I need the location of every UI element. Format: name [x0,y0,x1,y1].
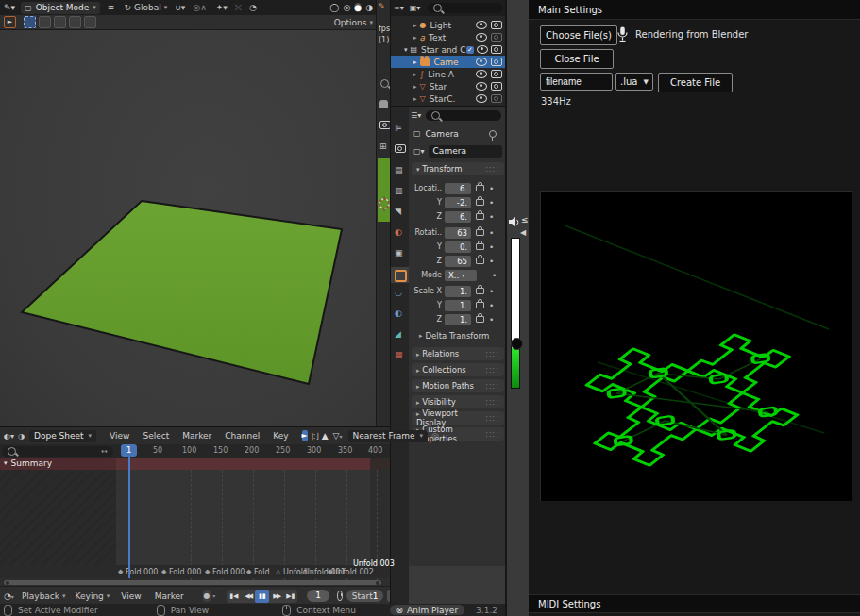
lock-icon[interactable] [476,213,484,220]
view-menu[interactable]: View [121,591,141,601]
lock-icon[interactable] [476,258,484,264]
outliner-row-starc[interactable]: ▸ ▽ StarC. [391,92,506,105]
transform-panel-header[interactable]: ▾ Transform :::: [412,162,504,175]
collections-panel[interactable]: ▸ Collections:::: [412,363,504,376]
lock-icon[interactable] [476,288,484,294]
panel-grip-icon[interactable]: :::: [485,366,499,375]
fader-knob[interactable] [511,338,523,350]
outliner-item-label[interactable]: StarC. [430,94,456,104]
select-tool-2[interactable] [39,16,51,28]
hamburger-icon[interactable]: ≡ [108,3,115,12]
relations-panel[interactable]: ▸ Relations:::: [412,347,504,360]
frame-range-icon[interactable]: ⌉:⌋ [311,432,319,441]
animate-dot-icon[interactable]: • [489,228,494,238]
viewport-3d[interactable] [0,30,376,426]
close-icon[interactable]: ⊗ [396,606,404,615]
tab-view-layer[interactable]: ▥ [395,186,403,195]
tab-collection[interactable]: ▣ [395,248,403,258]
animate-dot-icon[interactable]: • [489,242,494,252]
hide-eye-icon[interactable] [476,21,487,29]
expand-icon[interactable]: ▸ [413,95,417,103]
marker-label[interactable]: Fold 000 [169,568,201,576]
panel-grip-icon[interactable]: :::: [485,398,499,407]
prop-value[interactable]: 65 [445,256,471,267]
panel-grip-icon[interactable]: :::: [485,350,499,358]
outliner-row-star[interactable]: ▸ ▽ Star [391,80,506,92]
outliner-display-icon[interactable]: ▣▾ [410,4,421,12]
marker-triangle-icon[interactable]: △ [276,568,280,575]
filter-funnel-icon[interactable]: ▽▾ [333,431,343,441]
animate-dot-icon[interactable]: • [489,301,494,310]
animate-dot-icon[interactable]: • [492,271,497,280]
timeline-scrollbar[interactable] [4,580,381,585]
zoom-gizmo-icon[interactable] [380,79,389,90]
start-frame-field[interactable]: Start 1 [346,590,384,602]
outliner-item-label[interactable]: Line A [428,70,454,79]
next-keyframe-button[interactable]: ▶▶ [269,592,283,600]
expand-icon[interactable]: ▸ [413,34,417,42]
orientation-dropdown[interactable]: ↻ Global ▾ [124,3,167,12]
tab-constraints[interactable]: ◢ [395,329,401,339]
shading-rendered-icon[interactable]: ◑ [365,3,373,12]
marker-menu[interactable]: Marker [155,591,184,601]
animate-dot-icon[interactable]: • [489,198,494,208]
motion-paths-panel[interactable]: ▸ Motion Paths:::: [412,379,504,392]
marker-triangle-icon[interactable]: △ [296,568,301,575]
fader-track[interactable] [511,238,520,389]
create-file-button[interactable]: Create File [658,73,733,92]
playhead-frame-badge[interactable]: 1 [121,444,137,457]
menu-select[interactable]: Select [143,431,169,441]
grid-toggle-icon[interactable]: ⊞ [379,142,387,151]
mode-icon[interactable]: ◑ [18,432,25,441]
disable-render-icon[interactable] [491,94,502,103]
tab-modifiers[interactable]: ◡ [395,288,402,297]
viewport-display-panel[interactable]: ▸ Viewport Display:::: [412,411,504,425]
properties-search[interactable] [426,110,501,121]
options-dropdown[interactable]: Options ▾ [334,18,373,27]
collapse-icon[interactable]: ▾ [4,459,8,467]
visibility-panel[interactable]: ▸ Visibility:::: [412,395,504,408]
menu-marker[interactable]: Marker [182,431,211,441]
snapping-icon[interactable]: ∪▾ [175,3,185,12]
channel-search[interactable]: ↔ [2,446,113,457]
tab-render[interactable] [395,144,406,155]
mode-dropdown[interactable]: ▢ Object Mode ▾ [21,2,100,14]
outliner-item-label[interactable]: Star [430,82,447,92]
hide-eye-icon[interactable] [476,58,487,66]
current-frame-field[interactable]: 1 [307,590,329,602]
shading-solid-icon[interactable]: ◎ [343,3,350,12]
outliner-row-light[interactable]: ▸ ● Light [391,19,506,31]
only-selected-icon[interactable]: ► [302,430,308,441]
lock-icon[interactable] [476,243,484,250]
outliner-item-label[interactable]: Star and C [421,45,465,55]
collection-checkbox[interactable] [466,46,474,54]
prop-value[interactable]: 6. [445,183,471,194]
hide-eye-icon[interactable] [476,94,487,103]
marker-diamond-icon[interactable]: ◆ [246,568,251,575]
anim-player-badge[interactable]: ⊗ Anim Player [390,605,465,615]
lock-icon[interactable] [476,316,484,323]
animate-dot-icon[interactable]: • [489,287,494,296]
annotate-icon[interactable]: ✦▾ [216,3,228,12]
marker-label[interactable]: Fold 000 [126,568,158,576]
outliner-search[interactable] [428,3,503,13]
extension-dropdown[interactable]: .lua ▼ [615,73,653,91]
delta-transform-panel[interactable]: ▸ Delta Transform [419,331,489,341]
outliner-row-lineart[interactable]: ▸ ∫ Line A [391,68,506,80]
prop-value[interactable]: 1. [445,286,471,297]
prop-value[interactable]: 1. [445,314,471,325]
expand-arrows-icon[interactable]: ↔ [101,447,108,456]
transform-pivot-icon[interactable]: ⤫ [235,3,242,13]
filename-input[interactable] [540,73,613,91]
hide-eye-icon[interactable] [477,45,488,54]
summary-row[interactable]: ▾ Summary [0,458,370,470]
editor-type-icon[interactable]: ◐▾ [4,432,14,441]
tab-tool[interactable]: ⊫ [395,124,402,133]
keying-menu[interactable]: Keying▾ [76,591,110,601]
playback-menu[interactable]: Playback▾ [22,591,66,601]
lock-icon[interactable] [476,185,484,191]
expand-icon[interactable]: ▸ [413,22,417,29]
keyframe-area[interactable] [116,470,370,578]
panel-grip-icon[interactable]: :::: [485,414,499,423]
playhead-line[interactable] [128,444,130,578]
